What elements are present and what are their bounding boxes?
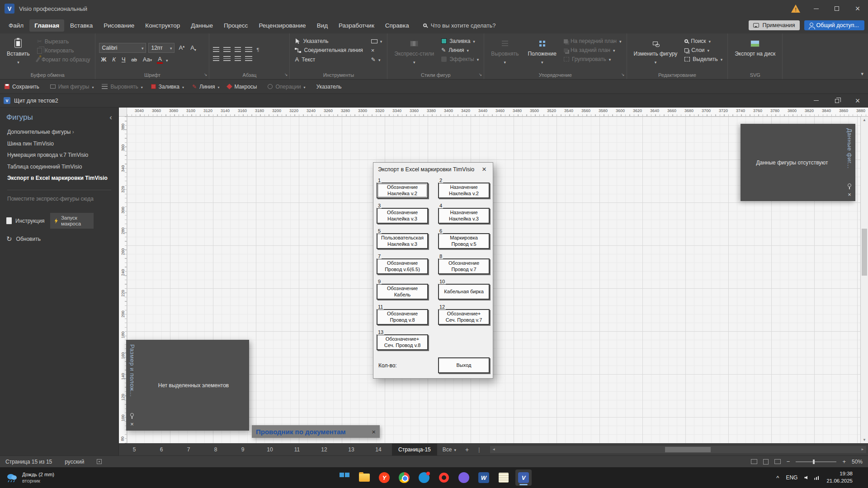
pointer-tool-button[interactable]: Указатель bbox=[293, 38, 364, 45]
strikethrough-button[interactable]: ab bbox=[130, 57, 139, 62]
tab-review[interactable]: Рецензирование bbox=[254, 19, 311, 32]
purple-app-icon[interactable] bbox=[456, 469, 472, 486]
doc-restore-button[interactable] bbox=[826, 94, 847, 107]
align-right-icon[interactable] bbox=[235, 56, 241, 61]
tab-data[interactable]: Данные bbox=[186, 19, 218, 32]
page-tab[interactable]: 12 bbox=[311, 444, 338, 455]
page-tab[interactable]: 9 bbox=[229, 444, 256, 455]
zoom-in-button[interactable] bbox=[842, 458, 846, 465]
page-tab[interactable]: 10 bbox=[256, 444, 283, 455]
minimize-button[interactable] bbox=[806, 0, 826, 17]
copy-button[interactable]: Копировать bbox=[36, 47, 92, 54]
tab-file[interactable]: Файл bbox=[4, 19, 28, 32]
rectangle-tool-button[interactable] bbox=[370, 38, 384, 45]
change-case-button[interactable]: Aa bbox=[141, 56, 154, 63]
export-btn-5[interactable]: Пользовательская Наклейка v.3 bbox=[377, 233, 428, 249]
font-dialog-launcher-icon[interactable] bbox=[204, 70, 208, 78]
collapse-panel-icon[interactable] bbox=[109, 113, 112, 122]
bold-button[interactable]: Ж bbox=[99, 56, 108, 63]
panel-close-icon[interactable] bbox=[848, 190, 851, 198]
run-macro-button[interactable]: Запуск макроса bbox=[50, 213, 94, 229]
export-btn-6[interactable]: Маркировка Провод v.5 bbox=[438, 233, 490, 249]
stencil-wire-numbering[interactable]: Нумерация провода v.7 TimVisio bbox=[0, 150, 118, 161]
paste-button[interactable]: Вставить bbox=[4, 36, 33, 70]
grow-font-button[interactable]: А bbox=[177, 44, 186, 51]
export-btn-2[interactable]: Назначение Наклейка v.2 bbox=[438, 183, 490, 198]
page-indicator[interactable]: Страница 15 из 15 bbox=[5, 459, 52, 465]
tell-me-search[interactable]: Что вы хотите сделать? bbox=[423, 22, 496, 29]
hidden-icons-icon[interactable] bbox=[776, 474, 779, 481]
tab-view[interactable]: Вид bbox=[312, 19, 333, 32]
group-shapes-button[interactable]: Группировать bbox=[562, 56, 623, 63]
vertical-scroll-thumb[interactable] bbox=[862, 229, 867, 276]
fill-quick-button[interactable]: Заливка bbox=[151, 84, 184, 90]
shape-styles-dialog-launcher-icon[interactable] bbox=[479, 70, 482, 78]
justify-icon[interactable] bbox=[245, 56, 252, 61]
export-btn-9[interactable]: Обозначение Кабель bbox=[377, 284, 428, 300]
clock[interactable]: 19:38 21.06.2025 bbox=[826, 470, 853, 484]
export-btn-7[interactable]: Обозначение Провод v.6(6.5) bbox=[377, 258, 428, 274]
pan-zoom-icon[interactable] bbox=[763, 459, 769, 465]
word-icon[interactable] bbox=[476, 469, 492, 486]
pin-icon[interactable] bbox=[130, 413, 134, 417]
font-color-dropdown-icon[interactable] bbox=[166, 56, 168, 64]
shape-effects-button[interactable]: Эффекты bbox=[440, 56, 480, 63]
connection-point-button[interactable] bbox=[370, 56, 384, 63]
page-tab[interactable]: 5 bbox=[121, 444, 148, 455]
export-btn-4[interactable]: Назначение Наклейка v.3 bbox=[438, 208, 490, 224]
share-button[interactable]: Общий доступ... bbox=[804, 20, 864, 30]
font-color-button[interactable]: А bbox=[156, 56, 164, 63]
horizontal-scrollbar[interactable] bbox=[490, 446, 866, 453]
align-center-icon[interactable] bbox=[223, 56, 231, 61]
page-tab[interactable]: 6 bbox=[148, 444, 175, 455]
instruction-button[interactable]: Инструкция bbox=[6, 217, 45, 224]
panel-close-icon[interactable] bbox=[130, 420, 134, 428]
stencil-more-shapes[interactable]: Дополнительные фигуры bbox=[0, 127, 118, 138]
position-button[interactable]: Положение bbox=[524, 36, 559, 70]
language-indicator[interactable]: русский bbox=[65, 459, 84, 465]
font-size-combo[interactable]: 12пт bbox=[148, 43, 175, 53]
align-quick-button[interactable]: Выровнять bbox=[102, 84, 142, 90]
document-explorer-bar[interactable]: Проводник по документам bbox=[252, 425, 380, 438]
underline-button[interactable]: Ч bbox=[120, 56, 127, 63]
page-tab[interactable]: 8 bbox=[202, 444, 229, 455]
vertical-scrollbar[interactable] bbox=[860, 117, 868, 443]
export-btn-8[interactable]: Обозначение Провод v.7 bbox=[438, 258, 490, 274]
tab-design[interactable]: Конструктор bbox=[140, 19, 185, 32]
line-quick-button[interactable]: Линия bbox=[192, 84, 219, 90]
doc-close-button[interactable] bbox=[847, 94, 868, 107]
quick-styles-button[interactable]: Экспресс-стили bbox=[391, 36, 437, 70]
active-page-tab[interactable]: Страница-15 bbox=[392, 444, 437, 455]
layers-button[interactable]: Слои bbox=[683, 47, 724, 54]
network-icon[interactable] bbox=[814, 475, 820, 480]
blue-app-icon[interactable] bbox=[416, 469, 432, 486]
refresh-button[interactable]: Обновить bbox=[0, 230, 118, 249]
chrome-icon[interactable] bbox=[396, 469, 412, 486]
fit-page-icon[interactable] bbox=[774, 459, 781, 464]
page-tab[interactable]: 13 bbox=[338, 444, 365, 455]
document-explorer-close-icon[interactable] bbox=[372, 428, 376, 436]
shape-line-button[interactable]: Линия bbox=[440, 47, 480, 54]
notes-app-icon[interactable] bbox=[495, 469, 512, 486]
shape-data-panel-tab[interactable]: Данные фиг... bbox=[846, 128, 853, 169]
export-btn-3[interactable]: Обозначение Наклейка v.3 bbox=[377, 208, 428, 224]
warning-icon[interactable]: ! bbox=[786, 4, 806, 13]
orange-browser-icon[interactable] bbox=[436, 469, 452, 486]
zoom-slider-thumb[interactable] bbox=[813, 460, 815, 464]
close-button[interactable] bbox=[847, 0, 868, 17]
visio-taskbar-icon[interactable] bbox=[515, 469, 532, 486]
format-painter-button[interactable]: Формат по образцу bbox=[36, 56, 92, 63]
export-btn-11[interactable]: Обозначение Провод v.8 bbox=[377, 309, 428, 325]
paragraph-marks-icon[interactable] bbox=[256, 45, 259, 53]
presentation-mode-icon[interactable] bbox=[751, 459, 757, 464]
pin-icon[interactable] bbox=[848, 183, 851, 187]
export-btn-12[interactable]: Обозначение+ Сеч. Провод v.7 bbox=[438, 309, 490, 325]
tab-draw[interactable]: Рисование bbox=[99, 19, 139, 32]
collapse-ribbon-icon[interactable] bbox=[861, 69, 863, 77]
stencil-excel-export[interactable]: Экспорт в Excel маркировки TimVisio bbox=[0, 173, 118, 184]
macros-button[interactable]: Макросы bbox=[227, 84, 259, 90]
find-button[interactable]: Поиск bbox=[683, 38, 724, 45]
page-tab[interactable]: 7 bbox=[175, 444, 202, 455]
align-button[interactable]: Выровнять bbox=[488, 36, 522, 70]
add-page-button[interactable] bbox=[462, 444, 472, 455]
